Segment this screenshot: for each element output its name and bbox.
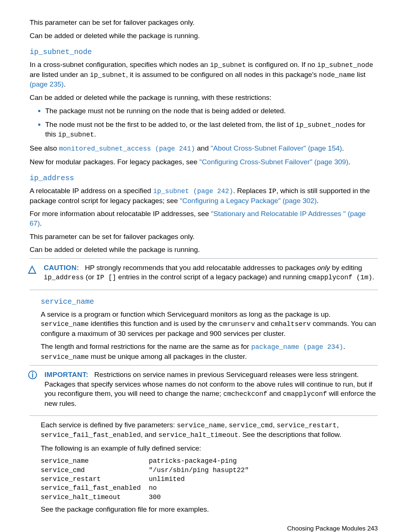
intro-para-2: Can be added or deleted while the packag… [30,31,378,41]
link-ip-subnet-242[interactable]: ip_subnet (page 242) [153,188,233,195]
sec2-para2: For more information about relocatable I… [30,209,378,228]
text: . [372,273,374,281]
link-package-name-234[interactable]: package_name (page 234) [251,343,343,351]
sec1-para2: Can be added or deleted while the packag… [30,93,378,102]
code-token: service_fail_fast_enabled [41,431,141,439]
important-icon: ⓘ [28,371,37,412]
text: Each service is defined by five paramete… [41,421,177,429]
important-box: ⓘ IMPORTANT: Restrictions on service nam… [28,370,378,412]
text: . [348,158,350,166]
link-about-cross-subnet[interactable]: "About Cross-Subnet Failover" (page 154) [211,144,342,152]
tail-para2: The following is an example of fully def… [41,444,378,453]
code-ip-subnet-node: ip_subnet_node [296,121,351,129]
code-node-name: node_name [319,71,355,79]
bullet-text: The package must not be running on the n… [45,107,286,115]
code-service-name: service_name [41,353,89,361]
sec2-para1: A relocatable IP address on a specified … [30,186,378,205]
sec3-para1: A service is a program or function which… [41,310,378,339]
list-item: The package must not be running on the n… [45,106,378,116]
code-token: service_cmd [229,422,273,429]
text: The node must not be the first to be add… [45,121,296,128]
tail-para3: See the package configuration file for m… [41,505,378,514]
text: A relocatable IP address on a specified [30,187,153,195]
code-cmcheckconf: cmcheckconf [223,390,267,398]
divider [30,365,378,366]
sec1-bullet-list: The package must not be running on the n… [30,106,378,139]
text: A service is a program or function which… [41,310,331,318]
text: New for modular packages. For legacy pac… [30,158,199,166]
text: and [195,144,211,152]
text: list [355,71,366,78]
text: . [342,144,344,152]
link-monitored-subnet-access[interactable]: monitored_subnet_access (page 241) [59,145,195,152]
code-ip-subnet: ip_subnet [58,131,94,138]
text: In a cross-subnet configuration, specifi… [30,61,210,68]
caution-body: CAUTION: HP strongly recommends that you… [44,263,378,286]
emphasis-only: only [317,264,330,272]
text: . [317,197,319,205]
text: entries in the control script of a legac… [116,273,309,281]
code-ip-subnet: ip_subnet [90,71,126,79]
text: . [343,343,345,350]
text: , [225,421,229,429]
code-block-service-example: service_name patricks-package4-ping serv… [41,457,378,501]
code-cmhaltserv: cmhaltserv [271,320,311,328]
text: For more information about relocatable I… [30,210,211,218]
tail-para1: Each service is defined by five paramete… [41,420,378,440]
text: identifies this function and is used by … [89,320,219,327]
sec2-para4: Can be added or deleted while the packag… [30,245,378,255]
text: . Replaces [233,187,268,195]
caution-label: CAUTION: [44,264,79,272]
sec2-para3: This parameter can be set for failover p… [30,232,378,242]
divider [30,290,378,290]
important-body: IMPORTANT: Restrictions on service names… [44,370,378,412]
link-legacy-package-302[interactable]: "Configuring a Legacy Package" (page 302… [180,197,317,205]
intro-para-1: This parameter can be set for failover p… [30,18,378,27]
code-service-name: service_name [41,320,89,328]
code-ip-subnet-node: ip_subnet_node [317,61,373,69]
text: , [337,421,339,429]
text: The length and formal restrictions for t… [41,343,251,350]
sec1-para3: See also monitored_subnet_access (page 2… [30,144,378,153]
code-cmrunserv: cmrunserv [219,320,255,328]
text: and [255,320,271,327]
code-token: service_name [177,422,225,429]
sec1-para4: New for modular packages. For legacy pac… [30,157,378,167]
code-ip-address: ip_address [44,274,84,281]
heading-ip-address: ip_address [30,173,378,183]
important-label: IMPORTANT: [44,371,89,378]
page-link-235[interactable]: (page 235) [30,80,64,88]
text: is configured on. If no [246,61,317,68]
text: , and [141,431,159,438]
code-ip: IP [269,188,277,195]
heading-service-name: service_name [41,297,378,307]
text: HP strongly recommends that you add relo… [85,264,317,272]
caution-icon: △ [28,264,36,286]
sec1-para1: In a cross-subnet configuration, specifi… [30,60,378,89]
text: and [267,390,283,397]
text: by editing [330,264,362,272]
sec3-para2: The length and formal restrictions for t… [41,342,378,361]
code-ip-subnet: ip_subnet [210,61,246,69]
text: See also [30,144,59,152]
text: . See the descriptions that follow. [239,431,341,438]
text: , [273,421,277,429]
text: must be unique among all packages in the… [89,353,247,360]
page-footer: Choosing Package Modules 243 [30,525,378,532]
code-ip-array: IP [] [96,274,116,281]
text: (or [84,273,96,281]
text: . [94,130,96,138]
code-cmapplyconf: cmapplyconf [283,390,327,398]
code-cmapplyconf-1m: cmapplyconf (1m) [308,274,372,281]
code-token: service_halt_timeout [159,431,239,439]
list-item: The node must not be the first to be add… [45,119,378,139]
divider [30,415,378,416]
text: . [40,219,41,227]
heading-ip-subnet-node: ip_subnet_node [30,47,378,57]
text: . [64,80,66,88]
caution-box: △ CAUTION: HP strongly recommends that y… [28,263,378,286]
link-configuring-cross-subnet[interactable]: "Configuring Cross-Subnet Failover" (pag… [199,158,348,166]
code-token: service_restart [277,422,337,429]
text: are listed under an [30,71,90,78]
divider [30,258,378,259]
